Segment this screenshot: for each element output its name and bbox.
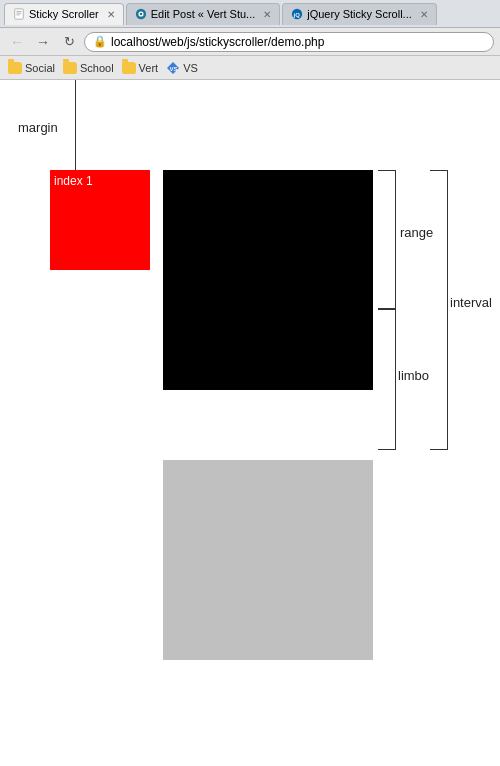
interval-bracket	[430, 170, 448, 450]
page-icon	[13, 8, 25, 20]
address-lock-icon: 🔒	[93, 35, 107, 48]
tab-close-jquery[interactable]: ✕	[420, 9, 428, 20]
tab-close-sticky[interactable]: ✕	[107, 9, 115, 20]
svg-rect-0	[15, 9, 24, 19]
folder-icon-social	[8, 62, 22, 74]
address-bar[interactable]: 🔒 localhost/web/js/stickyscroller/demo.p…	[84, 32, 494, 52]
range-bracket	[378, 170, 396, 310]
bookmark-vert-label: Vert	[139, 62, 159, 74]
forward-button[interactable]: →	[32, 31, 54, 53]
refresh-button[interactable]: ↻	[58, 31, 80, 53]
svg-point-6	[139, 13, 142, 16]
bookmark-social[interactable]: Social	[8, 62, 55, 74]
interval-label: interval	[450, 295, 492, 310]
limbo-bracket	[378, 308, 396, 450]
tab-sticky-label: Sticky Scroller	[29, 8, 99, 20]
folder-icon-vert	[122, 62, 136, 74]
tab-edit[interactable]: Edit Post « Vert Stu... ✕	[126, 3, 281, 25]
jquery-icon: jQ	[291, 8, 303, 20]
tab-close-edit[interactable]: ✕	[263, 9, 271, 20]
red-box: index 1	[50, 170, 150, 270]
top-vertical-line	[75, 80, 76, 170]
nav-bar: ← → ↻ 🔒 localhost/web/js/stickyscroller/…	[0, 28, 500, 56]
margin-label: margin	[18, 120, 58, 135]
bookmark-social-label: Social	[25, 62, 55, 74]
svg-text:VS: VS	[170, 66, 178, 72]
svg-text:jQ: jQ	[293, 12, 301, 18]
gray-box	[163, 460, 373, 660]
tab-jquery[interactable]: jQ jQuery Sticky Scroll... ✕	[282, 3, 437, 25]
back-button[interactable]: ←	[6, 31, 28, 53]
limbo-label: limbo	[398, 368, 429, 383]
bookmark-school-label: School	[80, 62, 114, 74]
tab-jquery-label: jQuery Sticky Scroll...	[307, 8, 412, 20]
bookmark-vert[interactable]: Vert	[122, 62, 159, 74]
folder-icon-school	[63, 62, 77, 74]
bookmarks-bar: Social School Vert VS VS	[0, 56, 500, 80]
bookmark-vs[interactable]: VS VS	[166, 61, 198, 75]
index-label: index 1	[54, 174, 93, 188]
title-bar: Sticky Scroller ✕ Edit Post « Vert Stu..…	[0, 0, 500, 28]
diamond-icon-vs: VS	[166, 61, 180, 75]
range-label: range	[400, 225, 433, 240]
address-text: localhost/web/js/stickyscroller/demo.php	[111, 35, 324, 49]
tab-sticky[interactable]: Sticky Scroller ✕	[4, 3, 124, 25]
browser-window: Sticky Scroller ✕ Edit Post « Vert Stu..…	[0, 0, 500, 766]
page-content: margin index 1 range interval limbo	[0, 80, 500, 766]
bookmark-vs-label: VS	[183, 62, 198, 74]
wordpress-icon	[135, 8, 147, 20]
black-box	[163, 170, 373, 390]
bookmark-school[interactable]: School	[63, 62, 114, 74]
tab-edit-label: Edit Post « Vert Stu...	[151, 8, 256, 20]
